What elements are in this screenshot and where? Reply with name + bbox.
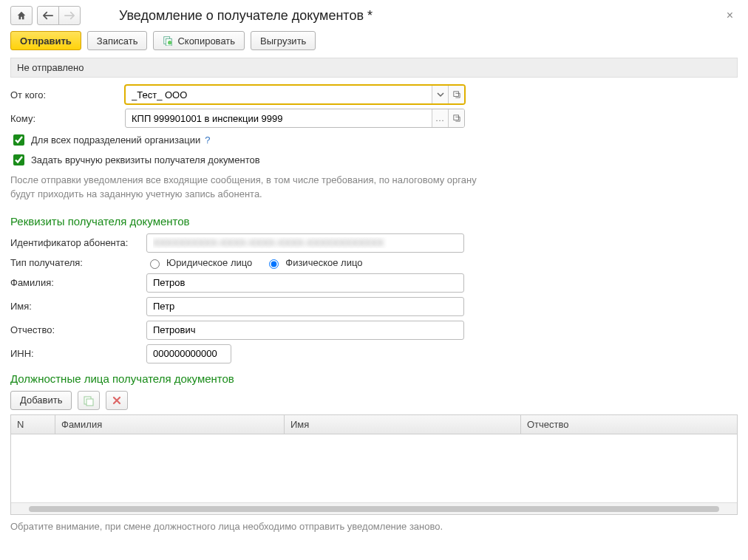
- all-branches-checkbox[interactable]: [13, 134, 24, 146]
- recipient-type-label: Тип получателя:: [10, 257, 146, 268]
- firstname-label: Имя:: [10, 301, 146, 312]
- abonent-id-label: Идентификатор абонента:: [10, 237, 146, 248]
- chevron-down-icon: [437, 91, 444, 98]
- from-dropdown-button[interactable]: [432, 86, 448, 103]
- to-combo[interactable]: ...: [125, 109, 465, 128]
- copy-icon: [163, 35, 173, 46]
- delete-row-button[interactable]: [106, 391, 128, 410]
- patronymic-input[interactable]: [146, 321, 464, 340]
- from-open-button[interactable]: [448, 86, 464, 103]
- duplicate-row-button[interactable]: [78, 391, 100, 410]
- lastname-input[interactable]: [146, 273, 464, 293]
- firstname-input[interactable]: [146, 297, 464, 316]
- arrow-right-icon: [64, 11, 75, 20]
- radio-legal[interactable]: Юридическое лицо: [146, 257, 252, 269]
- to-open-button[interactable]: [448, 109, 464, 127]
- window-title: Уведомление о получателе документов *: [119, 8, 722, 24]
- section-officials-title: Должностные лица получателя документов: [10, 372, 738, 385]
- copy-label: Скопировать: [177, 35, 235, 47]
- help-link[interactable]: ?: [205, 134, 210, 146]
- save-button[interactable]: Записать: [87, 31, 148, 50]
- manual-requisites-checkbox[interactable]: [13, 154, 24, 165]
- radio-legal-label: Юридическое лицо: [166, 257, 252, 268]
- info-text: После отправки уведомления все входящие …: [10, 174, 483, 202]
- home-button[interactable]: [10, 6, 33, 25]
- home-icon: [16, 10, 27, 21]
- svg-rect-3: [453, 92, 458, 97]
- delete-icon: [112, 396, 121, 405]
- nav-forward-button[interactable]: [58, 6, 81, 25]
- ellipsis-icon: ...: [435, 114, 444, 123]
- export-button[interactable]: Выгрузить: [251, 31, 316, 50]
- to-label: Кому:: [10, 113, 125, 124]
- abonent-id-field[interactable]: [146, 233, 464, 253]
- open-icon: [453, 115, 460, 122]
- from-input[interactable]: [126, 86, 432, 103]
- officials-table[interactable]: N Фамилия Имя Отчество: [10, 414, 738, 515]
- col-n[interactable]: N: [11, 415, 55, 434]
- col-patronymic[interactable]: Отчество: [521, 415, 737, 434]
- open-icon: [453, 91, 460, 98]
- send-button[interactable]: Отправить: [10, 31, 81, 50]
- from-combo[interactable]: [125, 85, 465, 104]
- all-branches-label: Для всех подразделений организации: [31, 134, 200, 146]
- grid-hscrollbar[interactable]: [11, 502, 737, 514]
- col-lastname[interactable]: Фамилия: [55, 415, 285, 434]
- svg-point-2: [168, 41, 171, 44]
- lastname-label: Фамилия:: [10, 277, 146, 288]
- nav-back-button[interactable]: [37, 6, 59, 25]
- patronymic-label: Отчество:: [10, 324, 146, 335]
- add-button[interactable]: Добавить: [10, 391, 72, 410]
- status-bar: Не отправлено: [10, 58, 738, 78]
- copy-row-icon: [83, 395, 95, 406]
- manual-requisites-label: Задать вручную реквизиты получателя доку…: [31, 154, 260, 165]
- svg-rect-4: [453, 115, 458, 120]
- to-ellipsis-button[interactable]: ...: [432, 109, 448, 127]
- inn-input[interactable]: [146, 344, 231, 363]
- inn-label: ИНН:: [10, 348, 146, 359]
- radio-person[interactable]: Физическое лицо: [265, 257, 362, 269]
- svg-rect-6: [86, 399, 93, 406]
- section-requisites-title: Реквизиты получателя документов: [10, 215, 738, 228]
- footer-note: Обратите внимание, при смене должностног…: [10, 521, 738, 532]
- grid-body[interactable]: [11, 434, 737, 502]
- copy-button[interactable]: Скопировать: [153, 31, 245, 50]
- arrow-left-icon: [43, 11, 53, 20]
- from-label: От кого:: [10, 89, 125, 100]
- col-firstname[interactable]: Имя: [285, 415, 521, 434]
- abonent-id-input[interactable]: [147, 234, 463, 252]
- close-button[interactable]: ×: [722, 7, 738, 24]
- radio-person-label: Физическое лицо: [285, 257, 362, 268]
- to-input[interactable]: [126, 109, 432, 127]
